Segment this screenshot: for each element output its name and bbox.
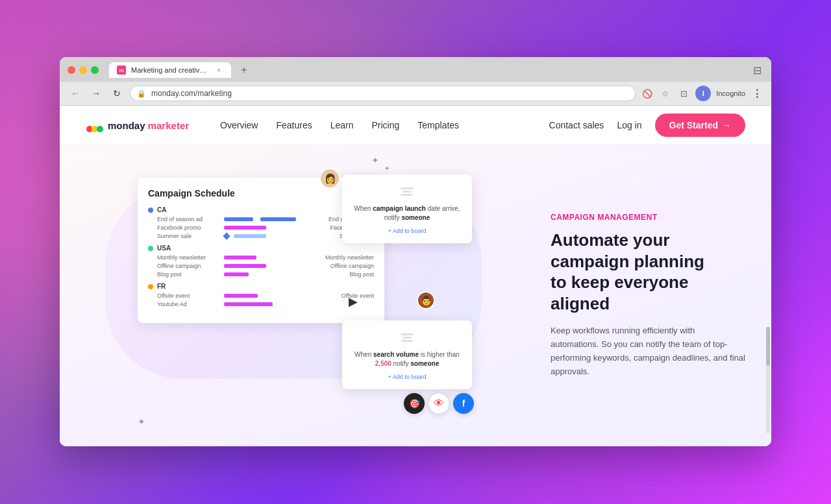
tab-favicon: m bbox=[117, 66, 126, 75]
region-ca-label: CA bbox=[148, 206, 374, 213]
svg-point-2 bbox=[97, 126, 103, 132]
browser-toolbar: ← → ↻ 🔒 monday.com/marketing 🚫 ☆ ⊡ I Inc… bbox=[60, 82, 771, 105]
extension-icon[interactable]: 🚫 bbox=[641, 87, 654, 100]
region-usa-label: USA bbox=[148, 245, 374, 252]
bookmark-icon[interactable]: ☆ bbox=[659, 87, 672, 100]
contact-sales-link[interactable]: Contact sales bbox=[549, 120, 604, 130]
back-button[interactable]: ← bbox=[68, 86, 83, 101]
forward-button[interactable]: → bbox=[88, 86, 104, 101]
table-row: Blog post Blog post bbox=[157, 271, 374, 278]
avatar-mid: 👨 bbox=[417, 291, 435, 309]
refresh-button[interactable]: ↻ bbox=[109, 86, 125, 101]
incognito-label: Incognito bbox=[716, 90, 745, 97]
campaign-tag: Campaign management bbox=[551, 213, 745, 222]
tab-close-button[interactable]: × bbox=[214, 66, 223, 75]
toolbar-icons: 🚫 ☆ ⊡ I Incognito ⋮ bbox=[641, 86, 763, 101]
close-window-button[interactable] bbox=[68, 66, 75, 74]
integration-icon-eye: 👁 bbox=[428, 393, 449, 414]
site-logo: monday marketer bbox=[86, 116, 189, 134]
automation-card-top: When campaign launch date arrive, notify… bbox=[342, 174, 472, 243]
automation-text-top: When campaign launch date arrive, notify… bbox=[353, 204, 462, 222]
tab-title: Marketing and creative manag bbox=[131, 66, 209, 74]
region-ca-dot bbox=[148, 208, 153, 213]
integration-icons: 🎯 👁 f bbox=[404, 393, 474, 414]
automation-card-bottom: When search volume is higher than 2,500 … bbox=[342, 320, 472, 389]
table-row: Facebook promo Facebook promo bbox=[157, 224, 374, 231]
hero-right-content: Campaign management Automate your campai… bbox=[525, 165, 745, 427]
sparkle-icon-1: ✦ bbox=[371, 155, 379, 165]
window-toggle-icon[interactable]: ⊡ bbox=[677, 87, 690, 100]
automation-text-bottom: When search volume is higher than 2,500 … bbox=[353, 350, 462, 368]
browser-titlebar: m Marketing and creative manag × + ⊟ bbox=[60, 57, 771, 82]
schedule-card-title: Campaign Schedule bbox=[148, 188, 374, 198]
add-to-board-bottom[interactable]: + Add to board bbox=[353, 374, 462, 380]
page-content: monday marketer Overview Features Learn … bbox=[60, 106, 771, 446]
avatar-top: 👩 bbox=[319, 168, 340, 189]
browser-window: m Marketing and creative manag × + ⊟ ← →… bbox=[60, 57, 771, 446]
scrollbar-thumb[interactable] bbox=[766, 327, 770, 366]
site-navigation: monday marketer Overview Features Learn … bbox=[60, 106, 771, 145]
automation-icon-top bbox=[399, 184, 415, 199]
address-bar[interactable]: 🔒 monday.com/marketing bbox=[130, 86, 636, 101]
nav-pricing[interactable]: Pricing bbox=[372, 120, 400, 130]
region-fr: FR Offsite event Offsite event bbox=[148, 283, 374, 307]
minimize-window-button[interactable] bbox=[79, 66, 87, 74]
table-row: Summer sale Summer sale bbox=[157, 233, 374, 239]
traffic-lights bbox=[68, 66, 99, 74]
region-usa: USA Monthly newsletter Monthly newslette… bbox=[148, 245, 374, 278]
page-scrollbar[interactable] bbox=[766, 327, 770, 433]
automation-icon-bottom bbox=[399, 330, 415, 345]
new-tab-button[interactable]: + bbox=[236, 62, 252, 78]
table-row: Offsite event Offsite event bbox=[157, 293, 374, 299]
hero-description: Keep workflows running efficiently with … bbox=[551, 324, 745, 378]
table-row: Monthly newsletter Monthly newsletter bbox=[157, 254, 374, 261]
lock-icon: 🔒 bbox=[137, 90, 146, 98]
cursor-icon: ▶ bbox=[349, 294, 358, 309]
nav-templates[interactable]: Templates bbox=[417, 120, 459, 130]
get-started-button[interactable]: Get Started → bbox=[655, 114, 745, 137]
nav-features[interactable]: Features bbox=[276, 120, 312, 130]
address-text: monday.com/marketing bbox=[151, 89, 232, 98]
hero-left-visuals: Campaign Schedule CA End of season ad bbox=[86, 165, 525, 427]
integration-icon-dark: 🎯 bbox=[404, 393, 425, 414]
table-row: Youtube Ad bbox=[157, 301, 374, 307]
maximize-window-button[interactable] bbox=[91, 66, 99, 74]
add-to-board-top[interactable]: + Add to board bbox=[353, 228, 462, 234]
region-usa-dot bbox=[148, 246, 153, 251]
fr-rows: Offsite event Offsite event Youtube Ad bbox=[148, 293, 374, 307]
nav-learn[interactable]: Learn bbox=[330, 120, 354, 130]
table-row: End of season ad End of season ad bbox=[157, 216, 374, 222]
region-ca: CA End of season ad End of season ad bbox=[148, 206, 374, 239]
nav-actions: Contact sales Log in Get Started → bbox=[549, 114, 745, 137]
logo-icon bbox=[86, 116, 104, 134]
nav-links: Overview Features Learn Pricing Template… bbox=[220, 120, 528, 130]
hero-section: ✦ ✦ ✦ Campaign Schedule CA bbox=[60, 145, 771, 446]
logo-text: monday marketer bbox=[108, 120, 189, 131]
browser-shrink-icon[interactable]: ⊟ bbox=[750, 64, 763, 77]
ca-rows: End of season ad End of season ad Facebo… bbox=[148, 216, 374, 239]
region-fr-label: FR bbox=[148, 283, 374, 290]
log-in-link[interactable]: Log in bbox=[617, 120, 641, 130]
usa-rows: Monthly newsletter Monthly newsletter Of… bbox=[148, 254, 374, 278]
profile-avatar[interactable]: I bbox=[695, 86, 711, 101]
browser-tab[interactable]: m Marketing and creative manag × bbox=[109, 62, 231, 78]
browser-chrome: m Marketing and creative manag × + ⊟ ← →… bbox=[60, 57, 771, 106]
hero-headline: Automate your campaign planningto keep e… bbox=[551, 230, 745, 314]
table-row: Offline campaign Offline campaign bbox=[157, 263, 374, 269]
browser-menu-icon[interactable]: ⋮ bbox=[750, 87, 763, 100]
integration-icon-facebook: f bbox=[453, 393, 474, 414]
region-fr-dot bbox=[148, 284, 153, 289]
nav-overview[interactable]: Overview bbox=[220, 120, 258, 130]
